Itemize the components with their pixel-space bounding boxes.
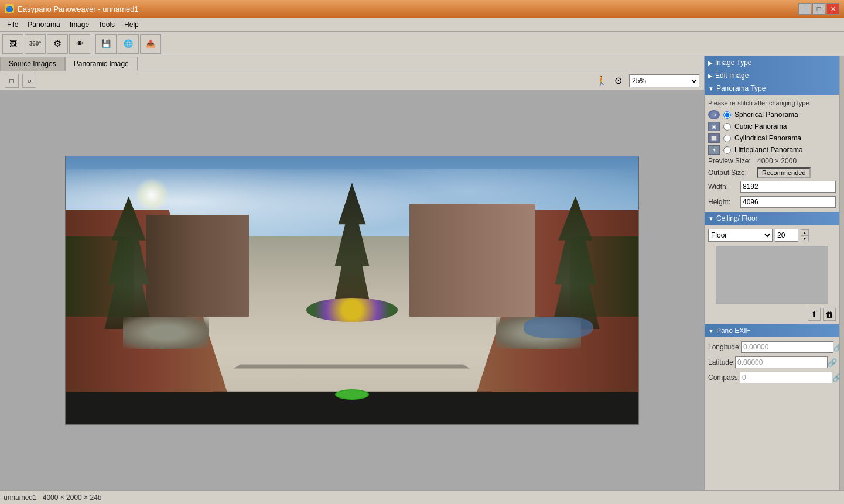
cylindrical-label: Cylindrical Panorama	[734, 134, 801, 142]
title-bar: 🔵 Easypano Panoweaver - unnamed1 − □ ✕	[0, 0, 844, 18]
spherical-radio[interactable]	[723, 111, 731, 119]
height-label: Height:	[708, 198, 740, 206]
menu-image[interactable]: Image	[65, 19, 94, 30]
pano-exif-content: Longitude: 🔗 Latitude: 🔗 Compass: 🔗	[705, 337, 839, 388]
image-type-header[interactable]: ▶ Image Type	[705, 56, 839, 69]
circle-tool-btn[interactable]: ○	[22, 74, 36, 88]
tab-source-images[interactable]: Source Images	[0, 57, 65, 71]
cylindrical-option: ⬜ Cylindrical Panorama	[708, 132, 836, 144]
panorama-type-arrow: ▼	[708, 85, 714, 92]
road-stripe-1	[234, 365, 470, 369]
image-canvas	[0, 90, 704, 490]
window-controls: − □ ✕	[798, 3, 839, 15]
menu-help[interactable]: Help	[119, 19, 143, 30]
right-resize-handle[interactable]	[839, 56, 844, 490]
zoom-select[interactable]: 25% 50% 75% 100% Fit	[629, 74, 699, 87]
toolbar: 🖼 360° ⚙ 👁 💾 🌐 📤	[0, 32, 844, 56]
panorama-image	[65, 156, 639, 425]
cubic-option: ▣ Cubic Panorama	[708, 121, 836, 132]
toolbar-separator-1	[93, 36, 93, 52]
compass-row: Compass: 🔗	[708, 370, 836, 385]
tab-panoramic-image[interactable]: Panoramic Image	[65, 57, 138, 71]
spherical-option: ⊙ Spherical Panorama	[708, 109, 836, 121]
height-input[interactable]	[740, 196, 836, 208]
toolbar-export-html-btn[interactable]: 🌐	[118, 34, 139, 54]
latitude-link-btn[interactable]: 🔗	[828, 357, 837, 368]
ceiling-floor-number[interactable]	[775, 229, 798, 242]
edit-image-arrow: ▶	[708, 73, 713, 79]
app-icon: 🔵	[5, 4, 14, 13]
delete-btn[interactable]: 🗑	[823, 308, 836, 321]
rectangle-tool-btn[interactable]: □	[5, 74, 19, 88]
ceiling-floor-select[interactable]: Floor Ceiling	[708, 229, 773, 242]
spin-up[interactable]: ▲	[801, 229, 809, 235]
height-row: Height:	[708, 194, 836, 210]
building-right	[409, 204, 535, 317]
longitude-input[interactable]	[741, 341, 833, 353]
image-toolbar: □ ○ 🚶 ⊙ 25% 50% 75% 100% Fit	[0, 71, 704, 90]
toolbar-properties-btn[interactable]: ⚙	[47, 34, 68, 54]
cubic-label: Cubic Panorama	[734, 122, 787, 131]
main-area: Source Images Panoramic Image □ ○ 🚶 ⊙ 25…	[0, 56, 844, 490]
littleplanet-icon: ✦	[708, 145, 720, 155]
ceiling-floor-header[interactable]: ▼ Ceiling/ Floor	[705, 212, 839, 225]
panorama-type-label: Panorama Type	[716, 84, 766, 92]
minimize-button[interactable]: −	[798, 3, 811, 15]
crosshair-icon: ⊙	[614, 75, 622, 86]
pano-exif-header[interactable]: ▼ Pano EXIF	[705, 324, 839, 337]
compass-input[interactable]	[740, 372, 832, 383]
panorama-type-header[interactable]: ▼ Panorama Type	[705, 82, 839, 95]
toolbar-open-btn[interactable]: 360°	[25, 34, 46, 54]
restore-button[interactable]: □	[812, 3, 825, 15]
menu-file[interactable]: File	[2, 19, 23, 30]
cylindrical-radio[interactable]	[723, 135, 731, 142]
pano-exif-arrow: ▼	[708, 328, 714, 334]
compass-link-btn[interactable]: 🔗	[832, 372, 839, 383]
panorama-scene	[66, 156, 638, 424]
tabs: Source Images Panoramic Image	[0, 56, 704, 71]
littleplanet-label: Littleplanet Panorama	[734, 146, 803, 154]
building-left	[146, 215, 249, 317]
recommended-button[interactable]: Recommended	[757, 167, 811, 178]
width-input[interactable]	[740, 181, 836, 193]
spin-buttons: ▲ ▼	[801, 229, 809, 241]
ceiling-floor-label: Ceiling/ Floor	[716, 214, 758, 222]
spherical-label: Spherical Panorama	[734, 111, 798, 119]
toolbar-new-btn[interactable]: 🖼	[2, 34, 23, 54]
status-bar: unnamed1 4000 × 2000 × 24b	[0, 490, 844, 504]
person-icon: 🚶	[596, 75, 607, 86]
ceiling-floor-content: Floor Ceiling ▲ ▼ ⬆ 🗑	[705, 225, 839, 324]
preview-size-value: 4000 × 2000	[757, 157, 797, 165]
right-panel: ▶ Image Type ▶ Edit Image ▼ Panorama Typ…	[705, 56, 839, 490]
left-panel: Source Images Panoramic Image □ ○ 🚶 ⊙ 25…	[0, 56, 705, 490]
toolbar-preview-btn[interactable]: 👁	[69, 34, 90, 54]
output-size-row: Output Size: Recommended	[708, 166, 836, 179]
preview-size-row: Preview Size: 4000 × 2000	[708, 156, 836, 166]
edit-image-header[interactable]: ▶ Edit Image	[705, 69, 839, 82]
littleplanet-radio[interactable]	[723, 146, 731, 154]
cylindrical-icon: ⬜	[708, 133, 720, 143]
status-dimensions: 4000 × 2000 × 24b	[43, 493, 102, 502]
spin-down[interactable]: ▼	[801, 235, 809, 241]
veg-top-right	[570, 236, 638, 317]
toolbar-save-btn[interactable]: 💾	[95, 34, 117, 54]
ceiling-floor-preview	[716, 246, 828, 304]
longitude-label: Longitude:	[708, 343, 741, 351]
toolbar-publish-btn[interactable]: 📤	[140, 34, 161, 54]
close-button[interactable]: ✕	[826, 3, 839, 15]
import-image-btn[interactable]: ⬆	[808, 308, 821, 321]
rocks-left	[123, 317, 209, 349]
menu-panorama[interactable]: Panorama	[23, 19, 64, 30]
panorama-type-note: Please re-stitch after changing type.	[708, 97, 836, 109]
water-pond	[524, 317, 592, 338]
cubic-icon: ▣	[708, 122, 720, 131]
littleplanet-option: ✦ Littleplanet Panorama	[708, 144, 836, 156]
pano-exif-label: Pano EXIF	[716, 327, 750, 335]
latitude-input[interactable]	[735, 356, 828, 368]
menu-tools[interactable]: Tools	[94, 19, 119, 30]
compass-label: Compass:	[708, 373, 740, 382]
menu-bar: File Panorama Image Tools Help	[0, 18, 844, 32]
cubic-radio[interactable]	[723, 123, 731, 131]
status-filename: unnamed1	[4, 493, 37, 502]
longitude-link-btn[interactable]: 🔗	[833, 342, 839, 352]
